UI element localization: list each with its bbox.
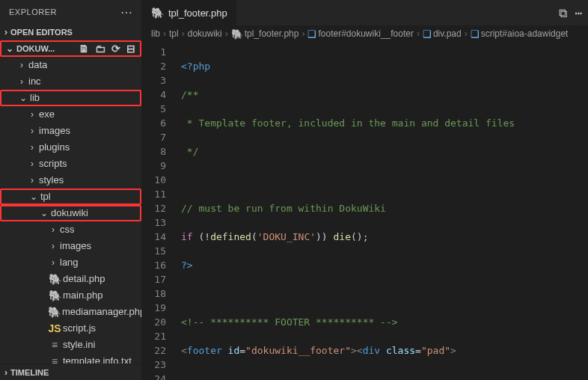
tree-folder-styles[interactable]: ›styles: [0, 172, 141, 189]
tree-folder-lib[interactable]: ⌄lib: [0, 90, 141, 106]
explorer-header: EXPLORER ⋯: [0, 0, 141, 24]
open-editors-label: OPEN EDITORS: [10, 28, 137, 37]
explorer-sidebar: EXPLORER ⋯ › OPEN EDITORS ⌄ DOKUW... 🗎 🗀…: [0, 0, 142, 380]
brackets-icon: ❑: [423, 28, 432, 40]
tree-folder-images2[interactable]: ›images: [0, 238, 141, 254]
tree-folder-exe[interactable]: ›exe: [0, 106, 141, 123]
more-actions-icon[interactable]: ⋯: [575, 6, 582, 20]
bc-div[interactable]: div.pad: [433, 28, 462, 39]
chevron-down-icon: ⌄: [6, 43, 13, 54]
tree-file-styleini[interactable]: ≡style.ini: [0, 337, 141, 353]
editor-area: 🐘 tpl_footer.php ⧉ ⋯ lib› tpl› dokuwiki›…: [142, 0, 588, 380]
bc-footer[interactable]: footer#dokuwiki__footer: [318, 28, 413, 39]
tab-actions: ⧉ ⋯: [237, 0, 588, 25]
chevron-right-icon: ›: [4, 27, 7, 37]
tree-file-scriptjs[interactable]: JSscript.js: [0, 320, 141, 337]
bc-lib[interactable]: lib: [151, 28, 160, 39]
bc-file[interactable]: tpl_footer.php: [245, 28, 299, 39]
ini-icon: ≡: [48, 337, 61, 353]
tree-folder-lang[interactable]: ›lang: [0, 254, 141, 271]
tree-folder-scripts[interactable]: ›scripts: [0, 156, 141, 172]
collapse-icon[interactable]: ⊟: [126, 43, 135, 55]
tree-file-templateinfo[interactable]: ≡template.info.txt: [0, 353, 141, 364]
new-folder-icon[interactable]: 🗀: [95, 43, 105, 55]
bc-script[interactable]: script#aioa-adawidget: [481, 28, 569, 39]
breadcrumb[interactable]: lib› tpl› dokuwiki› 🐘tpl_footer.php› ❑fo…: [142, 25, 588, 42]
chevron-right-icon: ›: [4, 367, 7, 378]
tree-folder-data[interactable]: ›data: [0, 57, 141, 73]
php-icon: 🐘: [48, 304, 61, 320]
tab-label: tpl_footer.php: [168, 7, 227, 19]
txt-icon: ≡: [48, 353, 61, 364]
php-icon: 🐘: [151, 7, 164, 19]
tab-bar: 🐘 tpl_footer.php ⧉ ⋯: [142, 0, 588, 25]
project-name: DOKUW...: [16, 44, 55, 53]
tree-folder-dokuwiki[interactable]: ⌄dokuwiki: [0, 205, 141, 221]
app-root: EXPLORER ⋯ › OPEN EDITORS ⌄ DOKUW... 🗎 🗀…: [0, 0, 588, 380]
explorer-more-icon[interactable]: ⋯: [120, 5, 133, 19]
code-content[interactable]: <?php /** * Template footer, included in…: [177, 42, 588, 380]
tree-file-main[interactable]: 🐘main.php: [0, 287, 141, 304]
line-gutter: 12345 678910 1112131415 1617181920 21222…: [142, 42, 177, 380]
brackets-icon: ❑: [471, 28, 480, 40]
tree-folder-tpl[interactable]: ⌄tpl: [0, 189, 141, 205]
php-icon: 🐘: [231, 28, 243, 40]
tree-folder-plugins[interactable]: ›plugins: [0, 139, 141, 156]
open-editors-header[interactable]: › OPEN EDITORS: [0, 24, 141, 40]
timeline-label: TIMELINE: [10, 368, 137, 377]
explorer-title: EXPLORER: [9, 7, 57, 16]
tab-tplfooter[interactable]: 🐘 tpl_footer.php: [142, 0, 237, 25]
new-file-icon[interactable]: 🗎: [79, 43, 89, 55]
bc-tpl[interactable]: tpl: [169, 28, 179, 39]
bc-dokuwiki[interactable]: dokuwiki: [188, 28, 222, 39]
brackets-icon: ❑: [307, 28, 316, 40]
code-editor[interactable]: 12345 678910 1112131415 1617181920 21222…: [142, 42, 588, 380]
tree-folder-css[interactable]: ›css: [0, 221, 141, 238]
php-icon: 🐘: [48, 287, 61, 304]
refresh-icon[interactable]: ⟳: [111, 43, 120, 55]
tree-file-detail[interactable]: 🐘detail.php: [0, 271, 141, 287]
tree-folder-images[interactable]: ›images: [0, 123, 141, 139]
js-icon: JS: [48, 320, 61, 337]
project-header[interactable]: ⌄ DOKUW... 🗎 🗀 ⟳ ⊟: [0, 40, 141, 57]
tree-file-mediamanager[interactable]: 🐘mediamanager.php: [0, 304, 141, 320]
file-tree: ›data ›inc ⌄lib ›exe ›images ›plugins ›s…: [0, 57, 141, 364]
tree-folder-inc[interactable]: ›inc: [0, 73, 141, 90]
php-icon: 🐘: [48, 271, 61, 287]
split-editor-icon[interactable]: ⧉: [559, 6, 567, 20]
timeline-header[interactable]: › TIMELINE: [0, 364, 141, 380]
